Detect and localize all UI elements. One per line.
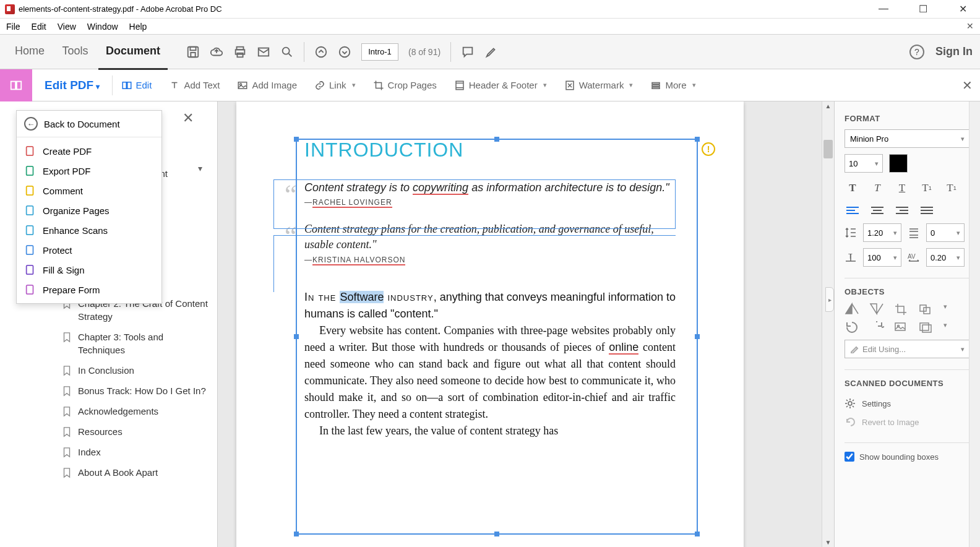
svg-rect-50 — [922, 325, 931, 332]
underline-icon[interactable]: T — [894, 181, 910, 195]
align-justify-icon[interactable] — [919, 204, 935, 217]
tool-comment[interactable]: Comment — [17, 181, 161, 200]
replace-image-icon[interactable] — [894, 321, 909, 334]
font-color-picker[interactable] — [889, 154, 908, 173]
add-text-button[interactable]: Add Text — [160, 80, 228, 91]
minimize-button[interactable]: — — [871, 3, 896, 15]
page-down-icon[interactable] — [338, 45, 351, 59]
superscript-icon[interactable]: T1 — [919, 181, 935, 195]
align-center-icon[interactable] — [869, 204, 885, 217]
help-icon[interactable]: ? — [909, 45, 924, 59]
para-spacing-dropdown[interactable]: 0▾ — [926, 223, 965, 242]
nav-home[interactable]: Home — [7, 33, 52, 68]
back-to-document-button[interactable]: ← Back to Document — [17, 111, 161, 137]
bold-icon[interactable]: T — [845, 181, 861, 195]
tool-organize-pages[interactable]: Organize Pages — [17, 200, 161, 220]
svg-rect-25 — [27, 186, 33, 195]
char-spacing-dropdown[interactable]: 0.20▾ — [926, 248, 965, 267]
edit-using-dropdown[interactable]: Edit Using... ▾ — [845, 340, 970, 358]
nav-document[interactable]: Document — [98, 33, 168, 70]
tool-protect[interactable]: Protect — [17, 240, 161, 260]
menu-help[interactable]: Help — [129, 22, 147, 32]
line-height-dropdown[interactable]: 1.20▾ — [863, 223, 901, 242]
nav-tools[interactable]: Tools — [54, 33, 95, 68]
tool-enhance-scans[interactable]: Enhance Scans — [17, 220, 161, 240]
comment-icon[interactable] — [461, 45, 475, 59]
warning-badge-icon[interactable]: ! — [702, 142, 715, 156]
revert-to-image-button[interactable]: Revert to Image — [845, 413, 970, 431]
close-button[interactable]: ✕ — [950, 3, 975, 15]
edit-pdf-dropdown[interactable]: Edit PDF — [32, 79, 112, 92]
align-right-icon[interactable] — [894, 204, 910, 217]
bookmark-item[interactable]: In Conclusion — [0, 360, 217, 381]
bookmark-item[interactable]: Bonus Track: How Do I Get In? — [0, 381, 217, 401]
highlight-icon[interactable] — [484, 45, 498, 59]
menu-file[interactable]: File — [6, 22, 20, 32]
resize-handle[interactable] — [695, 137, 700, 142]
print-icon[interactable] — [233, 45, 247, 59]
crop-object-icon[interactable] — [894, 303, 909, 315]
search-icon[interactable] — [280, 45, 294, 59]
resize-handle[interactable] — [695, 334, 700, 339]
tool-export-pdf[interactable]: Export PDF — [17, 161, 161, 181]
resize-handle[interactable] — [494, 532, 499, 536]
watermark-button[interactable]: Watermark — [556, 80, 642, 91]
tool-prepare-form[interactable]: Prepare Form — [17, 280, 161, 299]
settings-button[interactable]: Settings — [845, 394, 970, 413]
maximize-button[interactable]: ☐ — [911, 3, 935, 15]
resize-handle[interactable] — [294, 137, 299, 142]
flip-v-icon[interactable] — [869, 303, 884, 315]
rotate-ccw-icon[interactable] — [845, 321, 859, 334]
arrange-icon[interactable] — [919, 303, 934, 315]
bookmark-item[interactable]: Index — [0, 442, 217, 462]
resize-handle[interactable] — [695, 532, 700, 536]
sign-in-button[interactable]: Sign In — [935, 45, 973, 58]
save-icon[interactable] — [186, 45, 200, 59]
edit-button[interactable]: Edit — [113, 80, 161, 91]
document-canvas[interactable]: INTRODUCTION “ Content strategy is to co… — [218, 101, 834, 547]
italic-icon[interactable]: T — [869, 181, 885, 195]
more-button[interactable]: More — [642, 80, 704, 91]
subscript-icon[interactable]: T1 — [943, 181, 960, 195]
font-family-dropdown[interactable]: Minion Pro▾ — [845, 129, 970, 148]
add-image-button[interactable]: Add Image — [228, 80, 306, 91]
header-footer-button[interactable]: Header & Footer — [445, 80, 556, 91]
pdf-page[interactable]: INTRODUCTION “ Content strategy is to co… — [236, 101, 744, 547]
page-up-icon[interactable] — [314, 45, 328, 59]
menu-edit[interactable]: Edit — [32, 22, 46, 32]
menu-window[interactable]: Window — [87, 22, 118, 32]
bookmark-item[interactable]: About A Book Apart — [0, 462, 217, 483]
edit-pdf-tool-icon[interactable] — [0, 69, 32, 101]
show-bounding-checkbox[interactable] — [845, 452, 854, 462]
scroll-thumb[interactable] — [823, 140, 833, 158]
page-label-input[interactable] — [361, 43, 398, 61]
resize-handle[interactable] — [294, 532, 299, 536]
bookmark-item[interactable]: Resources — [0, 421, 217, 442]
flip-h-icon[interactable] — [845, 303, 859, 315]
bookmark-item[interactable]: Chapter 3: Tools and Techniques — [0, 327, 217, 360]
rotate-cw-icon[interactable] — [869, 321, 884, 334]
more-options-icon[interactable] — [919, 321, 934, 334]
menu-view[interactable]: View — [58, 22, 76, 32]
tool-create-pdf[interactable]: Create PDF — [17, 141, 161, 161]
bookmark-item[interactable]: Acknowledgements — [0, 401, 217, 421]
align-left-icon[interactable] — [845, 204, 861, 217]
font-size-dropdown[interactable]: 10▾ — [845, 154, 883, 173]
scrollbar[interactable] — [969, 101, 980, 547]
close-editbar-icon[interactable]: ✕ — [962, 78, 973, 93]
mail-icon[interactable] — [257, 45, 270, 59]
panel-collapse-handle[interactable]: ▸ — [825, 287, 834, 312]
tool-fill-sign[interactable]: Fill & Sign — [17, 260, 161, 280]
scrollbar[interactable]: ▲ ▼ — [822, 101, 834, 547]
cloud-upload-icon[interactable] — [210, 45, 223, 59]
resize-handle[interactable] — [494, 137, 499, 142]
scroll-down-icon[interactable]: ▼ — [822, 539, 834, 546]
h-scale-dropdown[interactable]: 100▾ — [863, 248, 901, 267]
menubar-close-icon[interactable]: ✕ — [966, 21, 974, 31]
crop-pages-button[interactable]: Crop Pages — [364, 80, 445, 91]
text-frame-box[interactable] — [273, 235, 676, 292]
link-button[interactable]: Link — [306, 80, 364, 91]
resize-handle[interactable] — [294, 334, 299, 339]
scroll-up-icon[interactable]: ▲ — [822, 103, 834, 110]
text-frame-box[interactable] — [273, 179, 676, 229]
